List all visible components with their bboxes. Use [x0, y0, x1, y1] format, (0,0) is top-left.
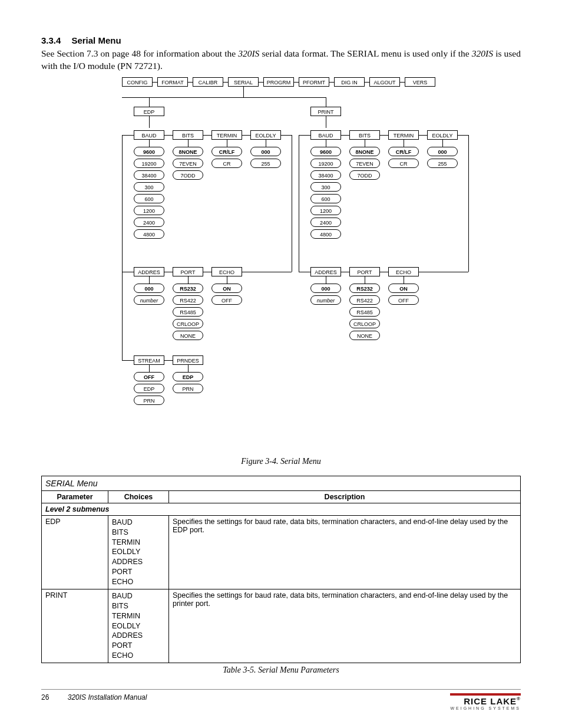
table-cell-desc: Specifies the settings for baud rate, da… [169, 515, 521, 589]
choice-item: BAUD [112, 591, 165, 601]
echo-opt: ON [211, 284, 242, 293]
baud-opt: 1200 [134, 206, 164, 215]
table-cell-choices: BAUDBITSTERMINEOLDLYADDRESPORTECHO [108, 515, 169, 589]
print-node: PRINT [310, 107, 341, 116]
choice-item: PORT [112, 567, 165, 577]
top-menu-item: SERIAL [228, 77, 259, 87]
table-caption: Table 3-5. Serial Menu Parameters [41, 666, 521, 675]
stream-opt: PRN [134, 396, 164, 405]
termin-opt: CR [211, 159, 242, 168]
top-menu-item: CALIBR [193, 77, 223, 87]
param-node: BITS [349, 130, 380, 140]
baud-opt: 38400 [310, 170, 341, 180]
port-opt: RS422 [173, 295, 203, 305]
intro-text-italic: 320IS [472, 48, 493, 58]
choice-item: ADDRES [112, 631, 165, 641]
addres-opt: 000 [134, 284, 164, 293]
eoldly-opt: 255 [427, 159, 458, 168]
page-number: 26 [41, 693, 49, 701]
table-row: EDP BAUDBITSTERMINEOLDLYADDRESPORTECHO S… [42, 515, 521, 589]
top-menu-item: PROGRM [263, 77, 294, 87]
port-opt: RS485 [173, 307, 203, 317]
param-node: EOLDLY [250, 130, 281, 140]
param-node: BAUD [310, 130, 341, 140]
port-opt: RS232 [173, 284, 203, 293]
choice-item: TERMIN [112, 611, 165, 621]
choice-item: ADDRES [112, 557, 165, 567]
figure-caption: Figure 3-4. Serial Menu [41, 457, 521, 466]
param-node: PORT [349, 267, 380, 276]
top-menu-item: PFORMT [299, 77, 329, 87]
baud-opt: 2400 [134, 218, 164, 227]
page-footer: 26 320IS Installation Manual RICE LAKE® … [41, 689, 521, 710]
baud-opt: 4800 [310, 229, 341, 239]
baud-opt: 38400 [134, 170, 164, 180]
termin-opt: CR/LF [388, 147, 419, 156]
baud-opt: 9600 [310, 147, 341, 156]
brand-logo: RICE LAKE® WEIGHING SYSTEMS [450, 693, 521, 710]
prndes-opt: PRN [173, 384, 203, 393]
bits-opt: 7EVEN [349, 159, 380, 168]
termin-opt: CR [388, 159, 419, 168]
baud-opt: 9600 [134, 147, 164, 156]
intro-text-italic: 320IS [238, 48, 259, 58]
param-node: TERMIN [211, 130, 242, 140]
port-opt: RS422 [349, 295, 380, 305]
table-title: SERIAL Menu [42, 476, 521, 490]
baud-opt: 300 [134, 182, 164, 192]
choice-item: BITS [112, 528, 165, 538]
baud-opt: 19200 [134, 159, 164, 168]
choice-item: BAUD [112, 518, 165, 528]
table-header-choices: Choices [108, 490, 169, 503]
baud-opt: 1200 [310, 206, 341, 215]
param-node: PRNDES [173, 355, 203, 365]
baud-opt: 600 [134, 194, 164, 203]
top-menu-item: DIG IN [334, 77, 365, 87]
param-node: TERMIN [388, 130, 419, 140]
port-opt: CRLOOP [349, 319, 380, 328]
bits-opt: 7EVEN [173, 159, 203, 168]
table-header-parameter: Parameter [42, 490, 108, 503]
port-opt: RS485 [349, 307, 380, 317]
prndes-opt: EDP [173, 372, 203, 381]
doc-title: 320IS Installation Manual [68, 693, 147, 701]
param-node: ECHO [211, 267, 242, 276]
port-opt: NONE [349, 331, 380, 340]
table-cell-param: EDP [42, 515, 108, 589]
bits-opt: 7ODD [349, 170, 380, 180]
table-header-description: Description [169, 490, 521, 503]
port-opt: NONE [173, 331, 203, 340]
addres-opt: number [134, 295, 164, 305]
echo-opt: OFF [211, 295, 242, 305]
param-node: PORT [173, 267, 203, 276]
port-opt: RS232 [349, 284, 380, 293]
choice-item: EOLDLY [112, 547, 165, 557]
param-node: ADDRES [310, 267, 341, 276]
param-node: STREAM [134, 355, 164, 365]
eoldly-opt: 000 [250, 147, 281, 156]
param-node: EOLDLY [427, 130, 458, 140]
stream-opt: EDP [134, 384, 164, 393]
bits-opt: 7ODD [173, 170, 203, 180]
table-cell-desc: Specifies the settings for baud rate, da… [169, 589, 521, 663]
param-node: BITS [173, 130, 203, 140]
table-section: Level 2 submenus [42, 503, 521, 515]
top-menu-item: ALGOUT [369, 77, 400, 87]
param-node: ECHO [388, 267, 419, 276]
intro-text: serial data format. The SERIAL menu is u… [259, 48, 471, 58]
baud-opt: 300 [310, 182, 341, 192]
table-row: PRINT BAUDBITSTERMINEOLDLYADDRESPORTECHO… [42, 589, 521, 663]
section-title: Serial Menu [71, 35, 121, 45]
edp-node: EDP [134, 107, 164, 116]
table-cell-param: PRINT [42, 589, 108, 663]
baud-opt: 19200 [310, 159, 341, 168]
choice-item: BITS [112, 601, 165, 611]
intro-paragraph: See Section 7.3 on page 48 for informati… [41, 48, 521, 73]
intro-text: See Section 7.3 on page 48 for informati… [41, 48, 238, 58]
baud-opt: 600 [310, 194, 341, 203]
choice-item: ECHO [112, 651, 165, 661]
addres-opt: number [310, 295, 341, 305]
echo-opt: OFF [388, 295, 419, 305]
brand-name: RICE LAKE [464, 696, 517, 706]
section-heading: 3.3.4Serial Menu [41, 35, 521, 45]
